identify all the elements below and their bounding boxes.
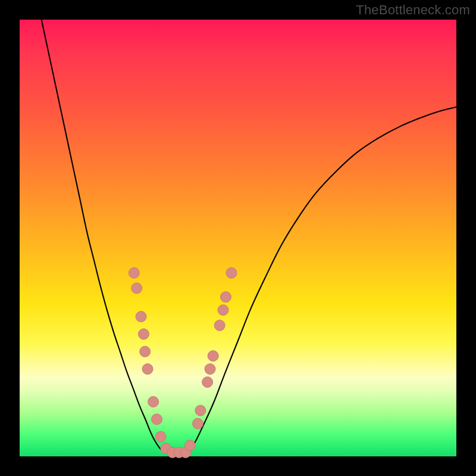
chart-svg (20, 20, 456, 456)
data-marker (142, 364, 153, 374)
data-marker (218, 305, 228, 315)
plot-area (20, 20, 456, 456)
curve-right-branch (186, 107, 456, 453)
data-marker (195, 405, 206, 416)
data-marker (205, 364, 215, 374)
data-marker (202, 377, 213, 387)
data-marker (220, 292, 231, 302)
data-marker (184, 440, 195, 451)
data-marker (151, 414, 162, 425)
data-marker (192, 418, 203, 429)
data-marker (138, 328, 149, 339)
chart-frame: TheBottleneck.com (0, 0, 476, 476)
data-marker (131, 283, 142, 293)
data-marker (148, 396, 159, 407)
data-marker (208, 350, 218, 361)
data-marker (140, 346, 151, 357)
data-marker (136, 311, 146, 322)
data-marker (155, 431, 166, 442)
watermark-text: TheBottleneck.com (356, 2, 470, 18)
marker-group (129, 268, 237, 458)
data-marker (129, 268, 139, 278)
curve-left-branch (42, 20, 168, 453)
data-marker (226, 268, 237, 278)
data-marker (214, 320, 225, 331)
